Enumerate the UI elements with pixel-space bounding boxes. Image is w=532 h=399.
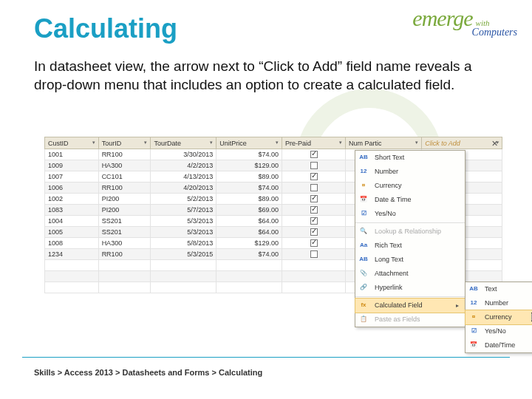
menu-item[interactable]: AaRich Text bbox=[355, 239, 465, 253]
menu-item[interactable]: ☑Yes/No bbox=[466, 324, 532, 338]
checkbox-icon[interactable] bbox=[310, 184, 318, 191]
menu-item[interactable]: 12Number bbox=[355, 165, 465, 179]
menu-item[interactable]: 🔗Hyperlink bbox=[355, 281, 465, 295]
logo-brand: emerge bbox=[412, 6, 472, 31]
column-header[interactable]: TourDate▾ bbox=[151, 137, 216, 149]
close-icon[interactable]: ✕ bbox=[491, 139, 498, 149]
column-header[interactable]: TourID▾ bbox=[98, 137, 151, 149]
checkbox-icon[interactable] bbox=[310, 206, 318, 214]
checkbox-icon[interactable] bbox=[310, 162, 318, 169]
checkbox-icon[interactable] bbox=[310, 151, 318, 158]
menu-item: 🔍Lookup & Relationship bbox=[355, 225, 465, 239]
menu-item[interactable]: fxCalculated Field▸ bbox=[355, 298, 466, 313]
body-paragraph: In datasheet view, the arrow next to “Cl… bbox=[34, 58, 488, 94]
checkbox-icon[interactable] bbox=[310, 239, 318, 247]
column-header[interactable]: Pre-Paid▾ bbox=[282, 137, 345, 149]
column-header[interactable]: CustID▾ bbox=[45, 137, 99, 149]
field-type-menu[interactable]: ABShort Text12Number¤Currency📅Date & Tim… bbox=[355, 150, 466, 327]
checkbox-icon[interactable] bbox=[310, 217, 318, 225]
menu-item[interactable]: ABText bbox=[466, 282, 532, 296]
logo-tag2: Computers bbox=[472, 27, 517, 38]
menu-item[interactable]: 📅Date/Time bbox=[466, 338, 532, 352]
menu-item: 📋Paste as Fields bbox=[355, 313, 465, 327]
click-to-add-header[interactable]: Click to Add▾ bbox=[422, 137, 502, 149]
column-header[interactable]: UnitPrice▾ bbox=[216, 137, 282, 149]
checkbox-icon[interactable] bbox=[310, 173, 318, 180]
menu-item[interactable]: 📅Date & Time bbox=[355, 193, 465, 207]
menu-item[interactable]: 12Number bbox=[466, 296, 532, 310]
page-title: Calculating bbox=[34, 13, 177, 44]
menu-item[interactable]: 📎Attachment bbox=[355, 267, 465, 281]
menu-item[interactable]: ABLong Text bbox=[355, 253, 465, 267]
datasheet-screenshot: ✕ CustID▾TourID▾TourDate▾UnitPrice▾Pre-P… bbox=[44, 137, 502, 307]
checkbox-icon[interactable] bbox=[310, 228, 318, 236]
footer-divider bbox=[22, 357, 510, 358]
checkbox-icon[interactable] bbox=[310, 250, 318, 258]
checkbox-icon[interactable] bbox=[310, 195, 318, 202]
column-header[interactable]: Num Partic▾ bbox=[346, 137, 422, 149]
calculated-field-submenu[interactable]: ABText12Number¤Currency☑Yes/No📅Date/Time bbox=[465, 282, 532, 353]
brand-logo: emerge with Computers bbox=[412, 6, 517, 38]
breadcrumb: Skills > Access 2013 > Datasheets and Fo… bbox=[34, 368, 262, 377]
menu-item[interactable]: ¤Currency bbox=[465, 310, 532, 325]
menu-item[interactable]: ABShort Text bbox=[355, 151, 465, 165]
menu-item[interactable]: ☑Yes/No bbox=[355, 207, 465, 221]
menu-item[interactable]: ¤Currency bbox=[355, 179, 465, 193]
